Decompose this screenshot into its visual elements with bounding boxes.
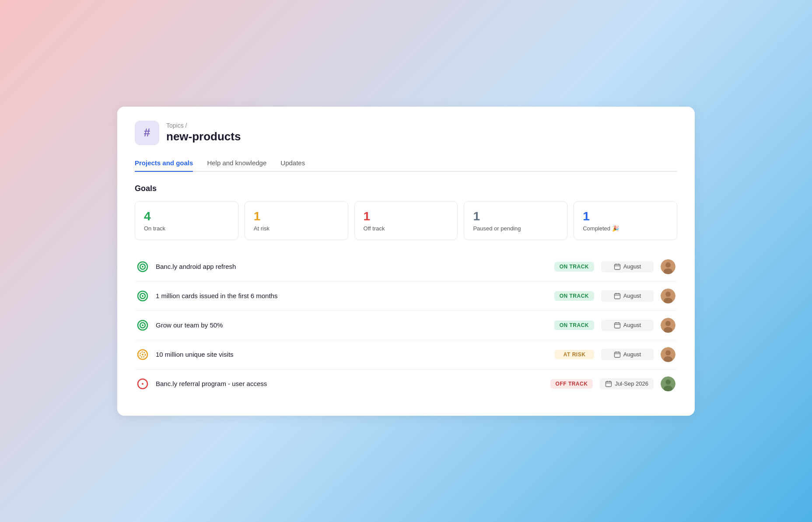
calendar-icon [614,263,621,270]
stat-on-track[interactable]: 4 On track [135,201,238,240]
off-track-icon [136,378,149,390]
calendar-icon [605,380,612,387]
goal-date: August [623,322,641,328]
calendar-icon [614,292,621,299]
stat-off-track-number: 1 [364,209,449,223]
svg-point-47 [665,379,671,385]
goal-row[interactable]: 10 million unique site visits AT RISK Au… [135,340,677,369]
stat-off-track[interactable]: 1 Off track [354,201,458,240]
svg-rect-23 [614,323,620,328]
goal-row[interactable]: 1 million cards issued in the first 6 mo… [135,282,677,311]
main-card: # Topics / new-products Projects and goa… [117,107,695,416]
calendar-icon [614,351,621,358]
tab-nav: Projects and goals Help and knowledge Up… [135,159,677,172]
page-title: new-products [166,130,241,143]
stat-at-risk[interactable]: 1 At risk [245,201,348,240]
stat-paused[interactable]: 1 Paused or pending [464,201,567,240]
svg-point-28 [665,321,671,326]
avatar [661,347,676,362]
at-risk-icon [136,348,149,361]
header-text: Topics / new-products [166,122,241,143]
tab-projects-and-goals[interactable]: Projects and goals [135,159,193,172]
stat-completed[interactable]: 1 Completed 🎉 [574,201,677,240]
date-badge: Jul-Sep 2026 [600,378,654,390]
svg-point-32 [142,354,144,355]
date-badge: August [601,290,654,302]
stat-at-risk-number: 1 [254,209,339,223]
page-header: # Topics / new-products [135,121,677,145]
stat-off-track-label: Off track [364,225,449,232]
goals-list: Banc.ly android app refresh ON TRACK Aug… [135,252,677,398]
status-badge: ON TRACK [554,320,594,330]
status-badge: AT RISK [555,350,594,359]
status-badge: OFF TRACK [550,379,593,389]
stat-paused-label: Paused or pending [473,225,558,232]
goal-name: Banc.ly referral program - user access [156,380,543,387]
avatar [661,289,676,303]
stat-on-track-number: 4 [144,209,229,223]
svg-point-8 [665,262,671,268]
tab-updates[interactable]: Updates [280,159,305,172]
avatar [661,318,676,333]
on-track-icon [136,290,149,302]
svg-point-2 [142,266,144,268]
svg-point-18 [665,292,671,297]
svg-point-41 [142,383,144,385]
stat-paused-number: 1 [473,209,558,223]
on-track-icon [136,261,149,273]
goal-name: Grow our team by 50% [156,321,547,329]
svg-rect-13 [614,293,620,299]
svg-point-12 [142,295,144,297]
stats-grid: 4 On track 1 At risk 1 Off track 1 Pause… [135,201,677,240]
calendar-icon [614,322,621,329]
svg-rect-42 [606,381,612,386]
svg-point-38 [665,350,671,355]
goals-section-title: Goals [135,184,677,193]
status-badge: ON TRACK [554,291,594,301]
goal-row[interactable]: Banc.ly android app refresh ON TRACK Aug… [135,252,677,282]
svg-rect-3 [614,264,620,269]
avatar [661,376,676,391]
status-badge: ON TRACK [554,262,594,271]
goal-name: 10 million unique site visits [156,351,548,358]
goal-row[interactable]: Banc.ly referral program - user access O… [135,369,677,398]
goal-date: August [623,351,641,358]
date-badge: August [601,320,654,331]
on-track-icon [136,319,149,331]
goal-name: Banc.ly android app refresh [156,263,547,270]
stat-at-risk-label: At risk [254,225,339,232]
stat-completed-label: Completed 🎉 [583,225,668,232]
svg-rect-33 [614,352,620,357]
date-badge: August [601,349,654,360]
tab-help-and-knowledge[interactable]: Help and knowledge [207,159,266,172]
goal-date: Jul-Sep 2026 [615,380,648,387]
stat-completed-number: 1 [583,209,668,223]
date-badge: August [601,261,654,272]
goal-date: August [623,263,641,270]
topic-icon: # [135,121,159,145]
goal-name: 1 million cards issued in the first 6 mo… [156,292,547,299]
goal-date: August [623,292,641,299]
svg-point-22 [142,324,144,326]
goal-row[interactable]: Grow our team by 50% ON TRACK August [135,311,677,340]
avatar [661,259,676,274]
breadcrumb: Topics / [166,122,241,129]
stat-on-track-label: On track [144,225,229,232]
goals-section: Goals 4 On track 1 At risk 1 Off track 1… [135,184,677,398]
